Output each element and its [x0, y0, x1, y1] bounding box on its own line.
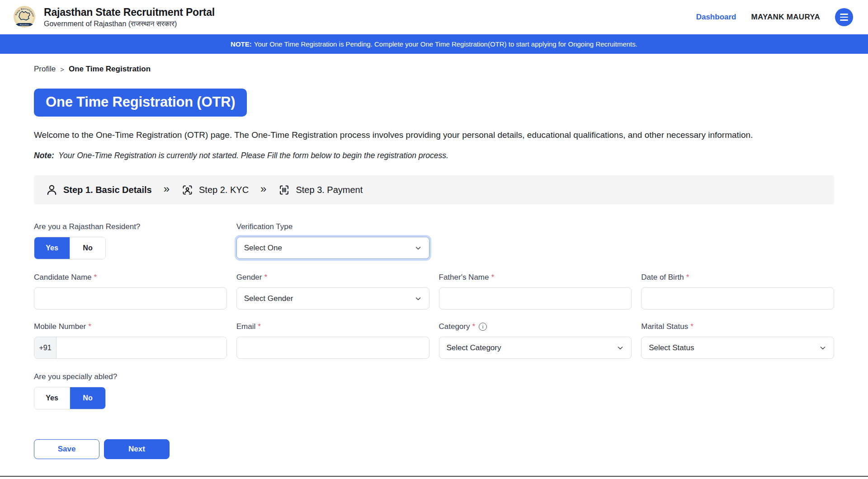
specially-abled-toggle: Yes No — [34, 387, 106, 409]
email-label: Email — [236, 322, 256, 331]
svg-text:Rajasthan: Rajasthan — [20, 23, 29, 26]
step-2-kyc[interactable]: Step 2. KYC — [181, 184, 249, 196]
step-3-payment[interactable]: Step 3. Payment — [278, 184, 363, 196]
notice-prefix: NOTE: — [231, 40, 252, 48]
candidate-name-input[interactable] — [34, 287, 227, 310]
verification-type-value: Select One — [244, 244, 282, 253]
kyc-scan-icon — [181, 184, 193, 196]
father-name-label: Father's Name — [439, 273, 489, 282]
header-title-block: Rajasthan State Recruitment Portal Gover… — [44, 6, 215, 28]
chevron-down-icon — [617, 344, 624, 352]
candidate-name-label: Candidate Name — [34, 273, 92, 282]
footer-divider — [0, 476, 868, 477]
required-asterisk: * — [491, 273, 494, 282]
status-note-label: Note: — [34, 151, 54, 160]
notice-text: Your One Time Registration is Pending. C… — [254, 40, 637, 48]
resident-toggle: Yes No — [34, 237, 106, 259]
person-icon — [46, 184, 58, 196]
required-asterisk: * — [264, 273, 267, 282]
category-label: Category — [439, 322, 470, 331]
required-asterisk: * — [88, 322, 91, 331]
barcode-icon — [278, 184, 290, 196]
header: State Recruitment Portal Rajasthan Rajas… — [0, 0, 868, 34]
field-gender: Gender * Select Gender — [236, 273, 429, 310]
verification-type-label: Verification Type — [236, 222, 429, 231]
marital-status-label: Marital Status — [641, 322, 688, 331]
specially-abled-yes-button[interactable]: Yes — [34, 387, 70, 409]
chevron-down-icon — [415, 244, 422, 252]
resident-label: Are you a Rajasthan Resident? — [34, 222, 227, 231]
resident-yes-button[interactable]: Yes — [34, 237, 70, 259]
resident-no-button[interactable]: No — [70, 237, 105, 259]
info-icon[interactable]: i — [479, 323, 487, 331]
field-verification-type: Verification Type Select One — [236, 222, 429, 259]
specially-abled-label: Are you specially abled? — [34, 372, 227, 381]
next-button[interactable]: Next — [104, 439, 170, 459]
notice-bar: NOTE: Your One Time Registration is Pend… — [0, 34, 868, 54]
marital-status-value: Select Status — [649, 343, 694, 352]
hamburger-menu-icon[interactable] — [835, 8, 853, 26]
dob-input[interactable] — [641, 287, 834, 310]
verification-type-select[interactable]: Select One — [236, 237, 429, 259]
main-content: Profile > One Time Registration One Time… — [0, 65, 868, 459]
required-asterisk: * — [94, 273, 97, 282]
field-candidate-name: Candidate Name * — [34, 273, 227, 310]
gender-label: Gender — [236, 273, 262, 282]
mobile-input[interactable] — [57, 337, 226, 358]
category-select[interactable]: Select Category — [439, 337, 632, 359]
page-title-banner: One Time Registration (OTR) — [34, 89, 247, 117]
field-marital-status: Marital Status * Select Status — [641, 322, 834, 359]
required-asterisk: * — [472, 322, 475, 331]
breadcrumb-current: One Time Registration — [69, 65, 151, 74]
intro-paragraph: Welcome to the One-Time Registration (OT… — [34, 128, 834, 142]
chevron-down-icon — [819, 344, 826, 352]
breadcrumb: Profile > One Time Registration — [34, 65, 834, 74]
app-subtitle: Government of Rajasthan (राजस्थान सरकार) — [44, 20, 215, 28]
step-1-basic-details[interactable]: Step 1. Basic Details — [46, 184, 152, 196]
nav-username[interactable]: MAYANK MAURYA — [751, 13, 820, 22]
step-label: Step 1. Basic Details — [63, 185, 152, 195]
marital-status-select[interactable]: Select Status — [641, 337, 834, 359]
field-rajasthan-resident: Are you a Rajasthan Resident? Yes No — [34, 222, 227, 259]
field-date-of-birth: Date of Birth * — [641, 273, 834, 310]
step-separator-icon: » — [164, 183, 170, 196]
breadcrumb-profile[interactable]: Profile — [34, 65, 56, 74]
step-separator-icon: » — [260, 183, 266, 196]
mobile-label: Mobile Number — [34, 322, 86, 331]
portal-logo-icon: State Recruitment Portal Rajasthan — [12, 5, 37, 29]
save-button[interactable]: Save — [34, 439, 99, 459]
breadcrumb-separator: > — [60, 66, 64, 73]
father-name-input[interactable] — [439, 287, 632, 310]
required-asterisk: * — [686, 273, 689, 282]
step-label: Step 3. Payment — [296, 185, 363, 195]
chevron-down-icon — [415, 295, 422, 302]
field-email: Email * — [236, 322, 429, 359]
form-actions: Save Next — [34, 439, 834, 459]
gender-select[interactable]: Select Gender — [236, 287, 429, 310]
status-note-text: Your One-Time Registration is currently … — [58, 151, 448, 160]
status-note: Note: Your One-Time Registration is curr… — [34, 151, 834, 160]
nav-dashboard-link[interactable]: Dashboard — [696, 13, 736, 22]
field-mobile-number: Mobile Number * +91 — [34, 322, 227, 359]
field-category: Category * i Select Category — [439, 322, 632, 359]
email-input[interactable] — [236, 337, 429, 359]
dob-label: Date of Birth — [641, 273, 684, 282]
app-title: Rajasthan State Recruitment Portal — [44, 6, 215, 19]
category-value: Select Category — [447, 343, 501, 352]
specially-abled-no-button[interactable]: No — [70, 387, 105, 409]
field-specially-abled: Are you specially abled? Yes No — [34, 372, 227, 409]
gender-value: Select Gender — [244, 294, 293, 303]
step-indicator-bar: Step 1. Basic Details » Step 2. KYC » — [34, 175, 834, 204]
field-father-name: Father's Name * — [439, 273, 632, 310]
required-asterisk: * — [690, 322, 693, 331]
mobile-country-code: +91 — [34, 337, 57, 358]
required-asterisk: * — [258, 322, 261, 331]
step-label: Step 2. KYC — [199, 185, 249, 195]
mobile-input-group: +91 — [34, 337, 227, 359]
